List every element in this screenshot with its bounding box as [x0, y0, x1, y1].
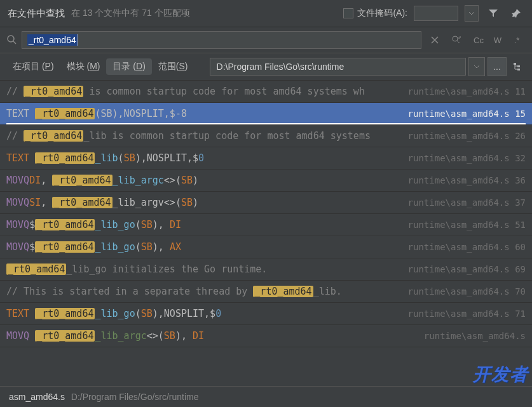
result-file-info: runtime\asm_amd64.s 71	[408, 309, 526, 319]
scope-tab-3[interactable]: 范围(S)	[152, 58, 194, 75]
ellipsis-icon: ...	[493, 62, 501, 72]
svg-point-2	[453, 36, 458, 41]
result-row[interactable]: // This is started in a separate thread …	[0, 281, 532, 303]
history-icon	[452, 36, 461, 44]
result-file-info: runtime\asm_amd64.s	[424, 331, 526, 341]
match-case-button[interactable]: Cc	[470, 32, 488, 48]
result-row[interactable]: _rt0_amd64_lib_go initializes the Go run…	[0, 258, 532, 281]
scope-tab-0[interactable]: 在项目 (P)	[6, 58, 60, 75]
svg-rect-4	[514, 63, 516, 65]
result-row[interactable]: TEXT _rt0_amd64_lib(SB),NOSPLIT,$0runtim…	[0, 147, 532, 170]
filemask-label: 文件掩码(A):	[357, 8, 407, 19]
result-code: MOVQ$_rt0_amd64_lib_go(SB), AX	[6, 241, 181, 253]
tree-icon	[512, 62, 522, 72]
search-query-text: _rt0_amd64	[27, 34, 78, 46]
result-code: TEXT _rt0_amd64_lib(SB),NOSPLIT,$0	[6, 152, 204, 164]
words-button[interactable]: W	[489, 32, 507, 48]
result-file-info: runtime\asm_amd64.s 11	[408, 86, 526, 97]
result-file-info: runtime\asm_amd64.s 26	[408, 131, 526, 141]
footer-filepath: D:/Program Files/Go/src/runtime	[71, 392, 199, 402]
filter-icon	[488, 8, 498, 18]
browse-button[interactable]: ...	[488, 57, 507, 76]
search-icon	[6, 34, 17, 46]
close-icon	[431, 36, 439, 44]
result-row[interactable]: // _rt0_amd64 is common startup code for…	[0, 81, 532, 103]
dialog-title: 在文件中查找	[8, 8, 65, 20]
result-row[interactable]: TEXT _rt0_amd64_lib_go(SB),NOSPLIT,$0run…	[0, 303, 532, 325]
filemask-dropdown[interactable]	[465, 5, 479, 22]
filemask-checkbox-wrap[interactable]: 文件掩码(A):	[343, 8, 407, 19]
footer-filename: asm_amd64.s	[9, 392, 65, 402]
result-file-info: runtime\asm_amd64.s 51	[408, 220, 526, 230]
filemask-input[interactable]	[414, 6, 458, 21]
result-code: // This is started in a separate thread …	[6, 286, 342, 297]
path-history-dropdown[interactable]	[468, 57, 485, 76]
svg-rect-5	[517, 65, 520, 67]
result-row[interactable]: MOVQ$_rt0_amd64_lib_go(SB), AXruntime\as…	[0, 236, 532, 258]
pin-button[interactable]	[508, 5, 524, 22]
match-count: 在 13 个文件中有 71 个匹配项	[71, 8, 190, 19]
svg-line-3	[457, 41, 460, 43]
regex-button[interactable]: .*	[508, 32, 526, 48]
scope-tab-2[interactable]: 目录 (D)	[106, 58, 151, 75]
tree-view-button[interactable]	[509, 58, 526, 75]
filter-button[interactable]	[485, 5, 501, 22]
result-row[interactable]: MOVQDI, _rt0_amd64_lib_argc<>(SB)runtime…	[0, 170, 532, 192]
footer-bar: asm_amd64.s D:/Program Files/Go/src/runt…	[0, 386, 532, 407]
search-history-button[interactable]	[448, 32, 465, 48]
svg-rect-6	[517, 69, 520, 70]
text-caret	[78, 34, 78, 46]
result-file-info: runtime\asm_amd64.s 70	[408, 286, 526, 297]
chevron-down-icon	[469, 12, 474, 15]
search-options: Cc W .*	[470, 32, 526, 48]
result-file-info: runtime\asm_amd64.s 15	[408, 109, 526, 119]
result-file-info: runtime\asm_amd64.s 36	[408, 175, 526, 185]
result-row[interactable]: MOVQ _rt0_amd64_lib_argc<>(SB), DIruntim…	[0, 325, 532, 347]
result-file-info: runtime\asm_amd64.s 37	[408, 197, 526, 208]
result-file-info: runtime\asm_amd64.s 60	[408, 242, 526, 252]
result-file-info: runtime\asm_amd64.s 69	[408, 264, 526, 274]
result-code: MOVQ$_rt0_amd64_lib_go(SB), DI	[6, 219, 181, 230]
result-row[interactable]: // _rt0_amd64_lib is common startup code…	[0, 125, 532, 147]
scope-row: 在项目 (P)模块 (M)目录 (D)范围(S) D:\Program File…	[0, 53, 532, 81]
header-bar: 在文件中查找 在 13 个文件中有 71 个匹配项 文件掩码(A):	[0, 0, 532, 27]
result-row[interactable]: TEXT _rt0_amd64(SB),NOSPLIT,$-8runtime\a…	[0, 103, 532, 125]
result-row[interactable]: MOVQSI, _rt0_amd64_lib_argv<>(SB)runtime…	[0, 192, 532, 214]
filemask-checkbox[interactable]	[343, 8, 353, 18]
directory-path-input[interactable]: D:\Program Files\Go\src\runtime	[210, 58, 466, 76]
clear-search-button[interactable]	[426, 32, 443, 48]
pin-icon	[511, 8, 521, 18]
result-code: TEXT _rt0_amd64(SB),NOSPLIT,$-8	[6, 108, 187, 119]
result-code: MOVQDI, _rt0_amd64_lib_argc<>(SB)	[6, 175, 198, 186]
search-input[interactable]: _rt0_amd64	[22, 31, 421, 49]
result-code: MOVQSI, _rt0_amd64_lib_argv<>(SB)	[6, 197, 198, 208]
result-code: // _rt0_amd64 is common startup code for…	[6, 86, 365, 97]
result-code: TEXT _rt0_amd64_lib_go(SB),NOSPLIT,$0	[6, 308, 221, 319]
result-code: _rt0_amd64_lib_go initializes the Go run…	[6, 264, 267, 275]
result-row[interactable]: MOVQ$_rt0_amd64_lib_go(SB), DIruntime\as…	[0, 214, 532, 236]
search-row: _rt0_amd64 Cc W .*	[0, 27, 532, 53]
results-list: // _rt0_amd64 is common startup code for…	[0, 81, 532, 398]
svg-line-1	[13, 41, 16, 44]
scope-tab-1[interactable]: 模块 (M)	[60, 58, 107, 75]
svg-point-0	[8, 36, 14, 42]
result-code: MOVQ _rt0_amd64_lib_argc<>(SB), DI	[6, 330, 204, 342]
chevron-down-icon	[474, 65, 479, 69]
result-file-info: runtime\asm_amd64.s 32	[408, 153, 526, 163]
result-code: // _rt0_amd64_lib is common startup code…	[6, 130, 371, 142]
